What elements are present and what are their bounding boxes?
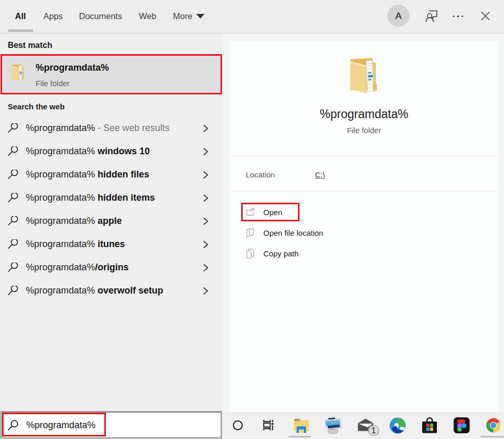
svg-text:1: 1 (371, 426, 376, 435)
